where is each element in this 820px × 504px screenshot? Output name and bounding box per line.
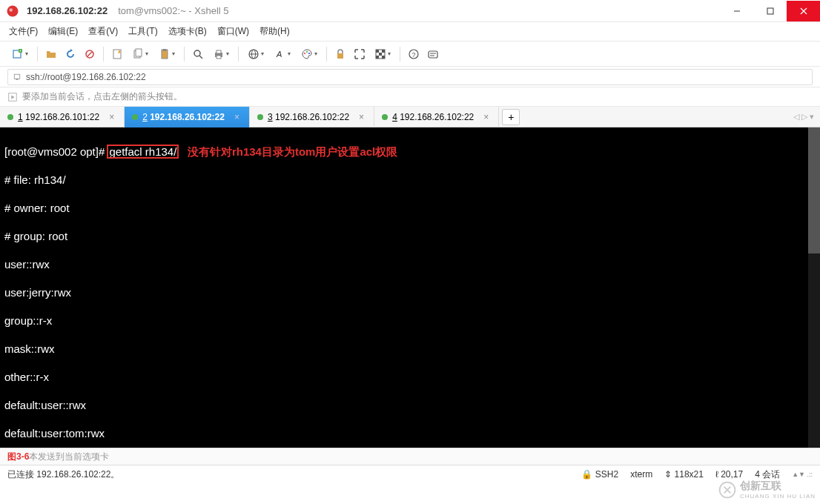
status-connection: 已连接 192.168.26.102:22。 [7, 468, 119, 481]
svg-rect-40 [14, 74, 20, 79]
transparency-button[interactable]: ▾ [370, 45, 395, 63]
compose-button[interactable] [424, 45, 442, 63]
svg-point-0 [7, 5, 19, 16]
svg-rect-20 [216, 56, 221, 59]
font-button[interactable]: A▾ [270, 45, 295, 63]
status-dot-icon [7, 114, 13, 120]
tab-close-icon[interactable]: × [481, 112, 491, 122]
status-dot-icon [257, 114, 263, 120]
encoding-button[interactable]: ▾ [243, 45, 268, 63]
address-input[interactable]: ssh://root@192.168.26.102:22 [7, 69, 813, 85]
svg-line-17 [199, 56, 202, 59]
svg-point-27 [308, 53, 310, 54]
svg-text:?: ? [411, 51, 415, 59]
tab-close-icon[interactable]: × [232, 112, 242, 122]
svg-point-25 [304, 53, 305, 54]
svg-rect-31 [382, 50, 385, 53]
figure-bar: 图3-6本发送到当前选项卡 [0, 448, 820, 465]
tabbar: 1 192.168.26.101:22× 2 192.168.26.102:22… [0, 107, 820, 127]
svg-rect-15 [163, 49, 166, 51]
menu-file[interactable]: 文件(F) [9, 25, 38, 38]
terminal[interactable]: [root@vms002 opt]# getfacl rh134/ 没有针对rh… [0, 127, 820, 448]
close-button[interactable] [787, 1, 820, 21]
svg-rect-3 [767, 8, 773, 14]
fullscreen-button[interactable] [351, 45, 368, 63]
tab-close-icon[interactable]: × [357, 112, 366, 122]
status-dot-icon [382, 114, 388, 120]
toolbar: +▾ ▾ ▾ ▾ ▾ A▾ ▾ ▾ ? [0, 42, 820, 67]
status-termtype: xterm [630, 469, 652, 480]
menu-edit[interactable]: 编辑(E) [48, 25, 78, 38]
figure-label: 图3-6 [7, 451, 29, 463]
print-button[interactable]: ▾ [208, 45, 234, 63]
hintbar: 要添加当前会话，点击左侧的箭头按钮。 [0, 87, 820, 107]
add-arrow-icon[interactable] [7, 92, 18, 102]
svg-rect-37 [429, 51, 437, 58]
window-subtitle: tom@vms002:~ - Xshell 5 [118, 5, 228, 16]
session-tab-1[interactable]: 1 192.168.26.101:22× [0, 107, 125, 127]
svg-rect-41 [16, 79, 19, 80]
svg-rect-33 [376, 56, 379, 59]
svg-point-16 [194, 50, 200, 56]
menu-tab[interactable]: 选项卡(B) [168, 25, 207, 38]
terminal-scrollbar[interactable] [808, 127, 820, 448]
svg-rect-13 [136, 49, 142, 56]
menu-help[interactable]: 帮助(H) [259, 25, 290, 38]
window-title: 192.168.26.102:22 [27, 5, 108, 16]
hint-text: 要添加当前会话，点击左侧的箭头按钮。 [22, 90, 182, 103]
tab-scroll[interactable]: ◁ ▷ ▾ [793, 112, 820, 122]
session-tab-4[interactable]: 4 192.168.26.102:22× [374, 107, 499, 127]
session-tab-3[interactable]: 3 192.168.26.102:22× [250, 107, 374, 127]
svg-rect-19 [216, 50, 221, 53]
addressbar: ssh://root@192.168.26.102:22 [0, 67, 820, 87]
status-size: 118x21 [675, 469, 704, 480]
address-text: ssh://root@192.168.26.102:22 [26, 72, 146, 82]
lock-button[interactable] [331, 45, 349, 63]
svg-text:A: A [276, 50, 282, 59]
menubar: 文件(F) 编辑(E) 查看(V) 工具(T) 选项卡(B) 窗口(W) 帮助(… [0, 22, 820, 42]
properties-button[interactable] [108, 45, 126, 63]
add-tab-button[interactable]: + [502, 109, 520, 125]
cmd-highlight: getfacl rh134/ [108, 145, 178, 158]
open-button[interactable] [42, 45, 60, 63]
session-tab-2[interactable]: 2 192.168.26.102:22× [125, 107, 250, 127]
svg-text:+: + [19, 48, 22, 53]
copy-button[interactable]: ▾ [128, 45, 153, 63]
svg-line-10 [87, 52, 92, 56]
status-protocol: SSH2 [595, 469, 618, 480]
statusbar: 已连接 192.168.26.102:22。 🔒 SSH2 xterm ⇕ 11… [0, 465, 820, 483]
disconnect-button[interactable] [81, 45, 99, 63]
svg-rect-34 [382, 56, 385, 59]
reconnect-button[interactable] [62, 45, 79, 63]
svg-point-26 [306, 51, 308, 53]
new-session-button[interactable]: +▾ [7, 45, 33, 63]
menu-view[interactable]: 查看(V) [88, 25, 118, 38]
svg-rect-30 [376, 50, 379, 53]
tab-close-icon[interactable]: × [107, 112, 116, 122]
app-logo-icon [6, 4, 19, 18]
status-position: 20,17 [721, 469, 743, 480]
svg-point-1 [10, 8, 13, 12]
figure-text: 本发送到当前选项卡 [29, 451, 109, 463]
menu-window[interactable]: 窗口(W) [217, 25, 249, 38]
help-button[interactable]: ? [405, 45, 423, 63]
minimize-button[interactable] [720, 1, 753, 21]
status-sessions: 4 会话 [755, 468, 780, 481]
svg-point-43 [720, 482, 735, 497]
annotation: 没有针对rh134目录为tom用户设置acl权限 [188, 145, 397, 158]
svg-rect-32 [379, 53, 382, 56]
maximize-button[interactable] [753, 1, 787, 21]
find-button[interactable] [189, 45, 207, 63]
color-button[interactable]: ▾ [297, 45, 322, 63]
menu-tools[interactable]: 工具(T) [128, 25, 157, 38]
host-icon [13, 73, 22, 82]
svg-rect-28 [337, 53, 343, 59]
status-dot-icon [132, 114, 138, 120]
titlebar: 192.168.26.102:22 tom@vms002:~ - Xshell … [0, 0, 820, 22]
paste-button[interactable]: ▾ [154, 45, 179, 63]
